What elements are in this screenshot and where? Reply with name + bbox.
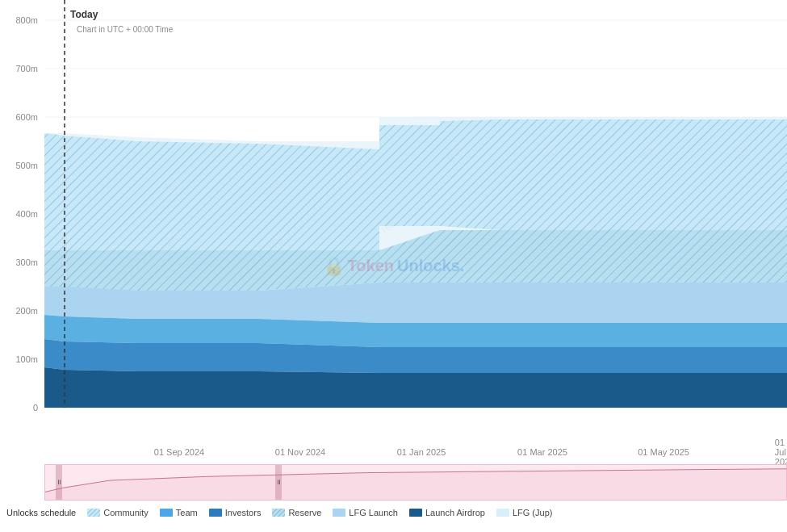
x-label-mar2025: 01 Mar 2025 (517, 447, 567, 457)
nav-handle-right-icon: ⏸ (275, 479, 282, 486)
legend-swatch-lfg-launch (333, 509, 345, 517)
legend-label-team: Team (176, 508, 198, 517)
x-label-may2025: 01 May 2025 (638, 447, 689, 457)
legend-swatch-community-icon (87, 509, 100, 517)
legend-label-investors: Investors (225, 508, 262, 517)
svg-rect-43 (87, 509, 100, 517)
svg-text:Chart in UTC + 00:00 Time: Chart in UTC + 00:00 Time (77, 25, 174, 34)
legend-swatch-lfg-jup (496, 509, 509, 517)
legend-label-reserve: Reserve (288, 508, 321, 517)
nav-handle-right[interactable]: ⏸ (275, 465, 282, 500)
nav-handle-left-icon: ⏸ (56, 479, 62, 486)
legend-swatch-investors (209, 509, 222, 517)
legend-label-lfg-launch: LFG Launch (349, 508, 398, 517)
legend-item-lfg-launch: LFG Launch (333, 508, 398, 517)
y-label-500m: 500m (15, 161, 38, 170)
legend-swatch-team (160, 509, 173, 517)
x-label-sep2024: 01 Sep 2024 (154, 447, 204, 457)
y-label-700m: 700m (15, 64, 38, 73)
legend-label-lfg-jup: LFG (Jup) (513, 508, 553, 517)
x-label-nov2024: 01 Nov 2024 (275, 447, 325, 457)
legend-item-unlocks-schedule: Unlocks schedule (6, 508, 76, 517)
legend-swatch-launch-airdrop (409, 509, 422, 517)
legend-label-unlocks-schedule: Unlocks schedule (6, 508, 76, 517)
legend: Unlocks schedule Community Team Investor… (0, 501, 787, 525)
svg-text:Today: Today (70, 9, 98, 20)
nav-bar-inner: ⏸ ⏸ (45, 465, 786, 500)
x-label-jul2025: 01 Jul 2025 (775, 438, 787, 467)
y-label-200m: 200m (15, 306, 38, 316)
y-axis-labels: 0 100m 200m 300m 400m 500m 600m 700m 800… (0, 0, 44, 440)
y-label-0: 0 (33, 403, 38, 413)
y-label-100m: 100m (15, 354, 38, 364)
y-label-800m: 800m (15, 15, 38, 25)
chart-container: 0 100m 200m 300m 400m 500m 600m 700m 800… (0, 0, 787, 532)
legend-item-launch-airdrop: Launch Airdrop (409, 508, 485, 517)
chart-svg: TBD TBD TBD TBD TBD TBD TBD TBD TBD TBD … (44, 0, 787, 440)
y-label-600m: 600m (15, 112, 38, 122)
svg-marker-23 (44, 367, 787, 408)
legend-swatch-reserve-icon (272, 509, 285, 517)
nav-handle-left[interactable]: ⏸ (56, 465, 62, 500)
y-label-300m: 300m (15, 258, 38, 267)
x-axis-labels: 01 Sep 2024 01 Nov 2024 01 Jan 2025 01 M… (44, 440, 787, 464)
legend-item-community: Community (87, 508, 149, 517)
legend-item-team: Team (160, 508, 198, 517)
nav-bar[interactable]: ⏸ ⏸ (44, 464, 787, 501)
x-label-jan2025: 01 Jan 2025 (397, 447, 446, 457)
legend-item-reserve: Reserve (272, 508, 321, 517)
svg-marker-40 (45, 469, 786, 500)
legend-label-launch-airdrop: Launch Airdrop (425, 508, 485, 517)
legend-item-lfg-jup: LFG (Jup) (496, 508, 553, 517)
y-label-400m: 400m (15, 209, 38, 219)
legend-item-investors: Investors (209, 508, 262, 517)
legend-label-community: Community (103, 508, 149, 517)
svg-rect-46 (272, 509, 285, 517)
